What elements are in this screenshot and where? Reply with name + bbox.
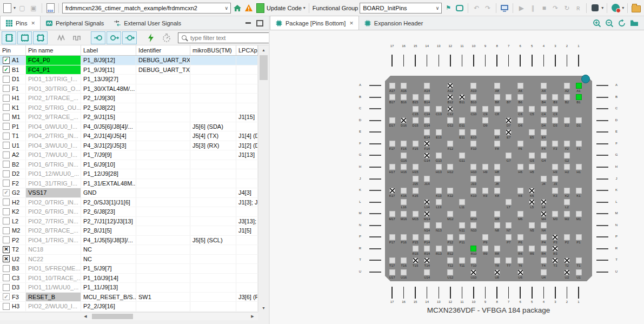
- package-pin-U12[interactable]: [447, 269, 453, 275]
- tab-expansion-header[interactable]: Expansion Header: [359, 16, 428, 30]
- package-pin-F12[interactable]: [447, 141, 453, 147]
- horizontal-scrollbar-thumb[interactable]: [92, 314, 133, 319]
- package-pin-D4[interactable]: [541, 117, 547, 123]
- package-pin-T14[interactable]: [424, 257, 430, 263]
- package-canvas[interactable]: 1717161615151414131312121111101099887766…: [270, 30, 644, 324]
- package-pin-R10[interactable]: [470, 246, 476, 252]
- package-pin-P4[interactable]: [541, 234, 547, 240]
- package-pin-D7[interactable]: [506, 117, 512, 123]
- package-pin-L2[interactable]: [564, 199, 570, 205]
- package-pin-A8[interactable]: [494, 83, 500, 89]
- stop-icon[interactable]: ■: [539, 3, 549, 13]
- package-pin-R5[interactable]: [529, 246, 535, 252]
- pin-checkbox[interactable]: [3, 227, 10, 234]
- package-pin-H6[interactable]: [517, 164, 523, 170]
- column-header-mikrobus[interactable]: mikroBUS(TM): [190, 45, 236, 55]
- pin-row-K1[interactable]: K1PIO2_5/TRIG_OU...P2_5/J8[22]: [0, 103, 258, 113]
- package-pin-N13[interactable]: [436, 222, 442, 228]
- run-debug-caret-icon[interactable]: ▾: [622, 5, 624, 10]
- tools-icon[interactable]: [590, 3, 600, 13]
- new-configuration-icon[interactable]: [2, 3, 12, 13]
- package-pin-M1[interactable]: [576, 211, 582, 217]
- package-pin-H2[interactable]: [564, 164, 570, 170]
- package-pin-B16[interactable]: [401, 94, 407, 100]
- pin-row-H2[interactable]: H2PIO2_0/TRIG_IN...P2_0/SJ3[1]/J1[6]J1[3…: [0, 198, 258, 208]
- package-pin-G7[interactable]: [506, 153, 512, 158]
- analog-signals-icon[interactable]: [54, 31, 69, 44]
- package-pin-T8[interactable]: [494, 257, 500, 263]
- close-icon[interactable]: ✕: [349, 21, 354, 26]
- pin-checkbox[interactable]: [3, 208, 10, 215]
- pin-checkbox[interactable]: [3, 142, 10, 149]
- package-pin-D14[interactable]: [424, 117, 430, 123]
- package-pin-R8[interactable]: [494, 246, 500, 252]
- package-pin-U14[interactable]: [424, 269, 430, 275]
- pin-row-K2[interactable]: K2PIO2_6/TRIG_IN...P2_6/J8[23]: [0, 207, 258, 217]
- package-pin-E11[interactable]: [459, 129, 465, 135]
- package-pin-F16[interactable]: [401, 141, 407, 147]
- scroll-down-icon[interactable]: ▼: [258, 303, 269, 312]
- package-pin-F14[interactable]: [424, 141, 430, 147]
- pin-row-A1[interactable]: ✓A1FC4_P0P1_8/J9[12]DEBUG_UART_RX: [0, 56, 258, 65]
- package-pin-T2[interactable]: [564, 257, 570, 263]
- pin-checkbox[interactable]: ✓: [3, 57, 10, 64]
- package-pin-D1[interactable]: [576, 117, 582, 123]
- package-pin-J3[interactable]: [552, 176, 558, 182]
- package-pin-H8[interactable]: [494, 164, 500, 170]
- package-pin-E5[interactable]: [529, 129, 535, 135]
- horizontal-scrollbar[interactable]: ◀ ▶: [0, 312, 258, 320]
- pin-row-U1[interactable]: U1PIO4_3/WUU0_I...P4_3/J1[2]/J5[3]J5[3] …: [0, 141, 258, 151]
- package-pin-P11[interactable]: [459, 234, 465, 240]
- pin-checkbox[interactable]: [3, 180, 10, 187]
- package-pin-A6[interactable]: [517, 83, 523, 89]
- package-pin-D2[interactable]: [564, 117, 570, 123]
- update-code-icon[interactable]: [255, 3, 265, 13]
- scroll-right-icon[interactable]: ▶: [248, 313, 257, 320]
- package-pin-J10[interactable]: [470, 176, 476, 182]
- package-pin-F4[interactable]: [541, 141, 547, 147]
- pin-row-T2[interactable]: ✕T2NC18NC: [0, 245, 258, 255]
- package-pin-P7[interactable]: [506, 234, 512, 240]
- package-pin-U6[interactable]: [517, 269, 523, 275]
- package-pin-K17[interactable]: [389, 188, 395, 194]
- package-pin-H3[interactable]: [552, 164, 558, 170]
- package-pin-D9[interactable]: [482, 117, 488, 123]
- tab-pins[interactable]: Pins ✕: [0, 16, 41, 30]
- package-pin-M4[interactable]: [541, 211, 547, 217]
- package-pin-D11[interactable]: [459, 117, 465, 123]
- package-pin-D17[interactable]: [389, 117, 395, 123]
- show-inout-pins-icon[interactable]: [122, 31, 137, 44]
- package-pin-F15[interactable]: [413, 141, 419, 147]
- package-pin-F2[interactable]: [564, 141, 570, 147]
- package-pin-M3[interactable]: [552, 211, 558, 217]
- refresh-disabled-icon[interactable]: ↻: [562, 3, 572, 13]
- pin-checkbox[interactable]: [3, 151, 10, 158]
- package-pin-M12[interactable]: [447, 211, 453, 217]
- show-output-pins-icon[interactable]: [107, 31, 121, 44]
- pin-checkbox[interactable]: [3, 265, 10, 272]
- package-pin-A10[interactable]: [470, 83, 476, 89]
- package-pin-G11[interactable]: [459, 153, 465, 158]
- package-pin-B3[interactable]: [552, 94, 558, 100]
- package-pin-R12[interactable]: [447, 246, 453, 252]
- package-pin-C4[interactable]: [541, 106, 547, 112]
- vertical-scrollbar-thumb[interactable]: [260, 55, 268, 80]
- pin-row-C3[interactable]: C3PIO1_10/TRACE_...P1_10/J9[14]: [0, 274, 258, 283]
- package-pin-C6[interactable]: [517, 106, 523, 112]
- pin-row-D3[interactable]: D3PIO1_11/WUU0_...P1_11/J9[13]: [0, 283, 258, 293]
- package-pin-L4[interactable]: [541, 199, 547, 205]
- pin-row-L2[interactable]: L2PIO2_7/TRIG_IN...P2_7/J1[12]/J3[13]J3[…: [0, 217, 258, 227]
- project-selector[interactable]: frdmmcxn236_ctimer_match_example/frdmmcx…: [62, 3, 231, 14]
- package-pin-H17[interactable]: [389, 164, 395, 170]
- tools-caret-icon[interactable]: ▾: [601, 5, 603, 10]
- clock-icon[interactable]: [159, 31, 174, 44]
- package-pin-A14[interactable]: [424, 83, 430, 89]
- package-pin-R4[interactable]: [541, 246, 547, 252]
- package-pin-P1[interactable]: [576, 234, 582, 240]
- pin-row-D1[interactable]: D1PIO1_13/TRIG_I...P1_13/J9[27]: [0, 75, 258, 84]
- tab-external-user-signals[interactable]: External User Signals: [109, 16, 186, 30]
- column-header-lpcxpresso[interactable]: LPCXpr: [236, 45, 258, 55]
- undo-icon[interactable]: ↶: [472, 3, 481, 13]
- column-header-pin[interactable]: Pin: [0, 45, 26, 55]
- package-pin-T12[interactable]: [447, 257, 453, 263]
